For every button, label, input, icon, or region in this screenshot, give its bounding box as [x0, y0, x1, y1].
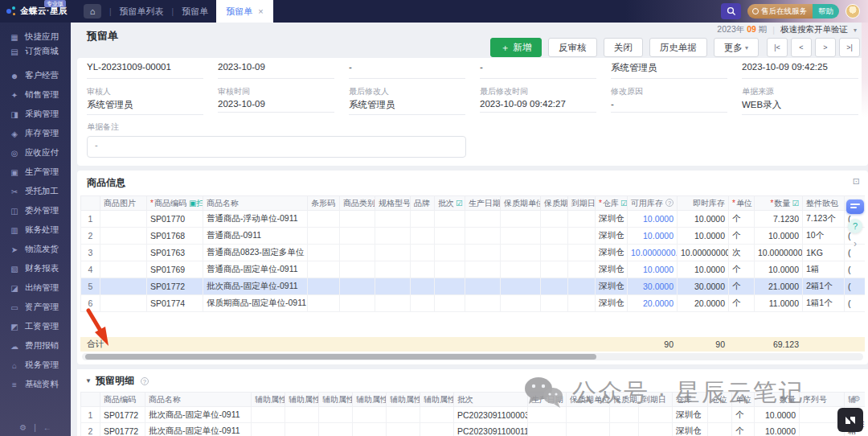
- table-cell[interactable]: [375, 278, 411, 295]
- column-header[interactable]: 仓库: [673, 393, 708, 407]
- table-cell[interactable]: [610, 423, 639, 436]
- table-cell[interactable]: PC2023091100003: [454, 407, 528, 423]
- column-header[interactable]: 辅助属性4: [387, 393, 420, 407]
- table-cell[interactable]: [340, 278, 375, 295]
- sidebar-item-1[interactable]: ▦快捷应用: [0, 30, 71, 44]
- table-cell[interactable]: [340, 245, 375, 261]
- table-cell[interactable]: [375, 295, 411, 312]
- table-cell[interactable]: 普通商品-0911: [203, 228, 308, 245]
- table-cell[interactable]: SP01772: [100, 407, 145, 423]
- table-cell[interactable]: [411, 228, 435, 245]
- table-cell[interactable]: SP01770: [147, 211, 203, 228]
- table-cell[interactable]: [100, 228, 147, 245]
- form-field-value-3[interactable]: -: [349, 60, 465, 79]
- table-cell[interactable]: [568, 261, 596, 278]
- table-cell[interactable]: [387, 423, 420, 436]
- column-header[interactable]: 辅助属性: [252, 393, 285, 407]
- table-cell[interactable]: [308, 211, 340, 228]
- form-field-value[interactable]: -: [611, 97, 727, 113]
- sidebar-item-15[interactable]: ▭资产管理: [0, 298, 71, 317]
- form-field-value[interactable]: 2023-10-09: [218, 97, 334, 113]
- table-cell[interactable]: [610, 407, 639, 423]
- table-cell[interactable]: 21.0000: [755, 278, 803, 295]
- sidebar-item-7[interactable]: ◎应收应付: [0, 143, 71, 162]
- table-cell[interactable]: [528, 407, 567, 423]
- column-header[interactable]: 商品类别: [340, 196, 375, 211]
- table-cell[interactable]: [375, 228, 411, 245]
- table-cell[interactable]: SP01763: [147, 245, 203, 261]
- table-cell[interactable]: [375, 211, 411, 228]
- column-header[interactable]: *单位: [729, 196, 755, 211]
- table-cell[interactable]: [567, 423, 610, 436]
- table-cell[interactable]: [708, 407, 732, 423]
- table-cell[interactable]: 深圳仓: [673, 407, 708, 423]
- table-cell[interactable]: [435, 245, 465, 261]
- table-cell[interactable]: [501, 261, 541, 278]
- table-cell[interactable]: 10.0000: [678, 228, 729, 245]
- table-cell[interactable]: [387, 407, 420, 423]
- table-cell[interactable]: [252, 423, 285, 436]
- table-cell[interactable]: 普通商品-浮动单位-0911: [203, 211, 308, 228]
- table-cell[interactable]: [435, 261, 465, 278]
- table-cell[interactable]: 6: [81, 295, 100, 312]
- table-cell[interactable]: [568, 211, 596, 228]
- table-cell[interactable]: [285, 407, 319, 423]
- table-cell[interactable]: 次: [729, 245, 755, 261]
- feedback-chat-icon[interactable]: [846, 199, 864, 214]
- table-cell[interactable]: [308, 295, 340, 312]
- after-sales-badge[interactable]: 售后在线服务: [747, 4, 813, 19]
- table-cell[interactable]: SP01769: [147, 261, 203, 278]
- table-cell[interactable]: (: [845, 261, 866, 278]
- table-cell[interactable]: 10.0000000...: [755, 245, 803, 261]
- table-cell[interactable]: 1箱: [803, 261, 845, 278]
- table-cell[interactable]: [420, 407, 454, 423]
- table-cell[interactable]: 个: [732, 407, 755, 423]
- table-cell[interactable]: [411, 261, 435, 278]
- table-cell[interactable]: [435, 295, 465, 312]
- table-cell[interactable]: 2: [81, 228, 100, 245]
- table-row[interactable]: 1SP01772批次商品-固定单位-0911PC2023091100003深圳仓…: [81, 407, 866, 423]
- search-button[interactable]: [721, 3, 741, 19]
- table-cell[interactable]: [568, 295, 596, 312]
- table-cell[interactable]: 深圳仓: [596, 295, 628, 312]
- table-cell[interactable]: 个: [729, 295, 755, 312]
- column-settings-gear-icon[interactable]: ⚙: [854, 394, 861, 403]
- table-cell[interactable]: [308, 278, 340, 295]
- table-cell[interactable]: [435, 211, 465, 228]
- table-cell[interactable]: [340, 261, 375, 278]
- column-header[interactable]: *数量☑: [755, 196, 803, 211]
- table-cell[interactable]: 1: [81, 407, 100, 423]
- table-cell[interactable]: 20.0000: [678, 295, 729, 312]
- tab-reservation-active[interactable]: 预留单 ×: [216, 0, 272, 23]
- table-cell[interactable]: 10.0000: [628, 261, 678, 278]
- table-cell[interactable]: [465, 245, 501, 261]
- table-cell[interactable]: 个: [729, 211, 755, 228]
- collapse-sidebar-icon[interactable]: ←: [43, 423, 51, 432]
- column-header[interactable]: 辅助属性1: [285, 393, 319, 407]
- scrollbar-thumb[interactable]: [85, 354, 596, 360]
- column-header[interactable]: 保质期: [541, 196, 568, 211]
- column-header[interactable]: [81, 196, 100, 211]
- form-field-value-5[interactable]: 系统管理员: [611, 60, 727, 79]
- form-field-value-1[interactable]: YL-20231009-00001: [87, 60, 203, 79]
- home-icon[interactable]: ⌂: [84, 4, 101, 19]
- table-cell[interactable]: [100, 261, 147, 278]
- table-cell[interactable]: 10.0000: [755, 261, 803, 278]
- table-cell[interactable]: 深圳仓: [596, 278, 628, 295]
- table-row[interactable]: 4SP01769普通商品-固定单位-0911深圳仓10.000010.0000个…: [81, 261, 866, 278]
- table-cell[interactable]: 10.0000: [678, 211, 729, 228]
- goods-hscrollbar[interactable]: [82, 353, 863, 360]
- close-icon[interactable]: ×: [258, 6, 263, 16]
- table-cell[interactable]: [411, 278, 435, 295]
- sidebar-item-12[interactable]: ➤物流发货: [0, 240, 71, 259]
- remark-textarea[interactable]: -: [87, 136, 466, 158]
- table-cell[interactable]: [252, 407, 285, 423]
- table-cell[interactable]: [435, 278, 465, 295]
- table-cell[interactable]: 11.0000: [755, 295, 803, 312]
- table-cell[interactable]: [308, 261, 340, 278]
- table-cell[interactable]: 10.0000000000: [678, 245, 729, 261]
- table-cell[interactable]: [340, 295, 375, 312]
- table-cell[interactable]: 个: [729, 261, 755, 278]
- column-header[interactable]: 商品编码: [100, 393, 145, 407]
- help-button[interactable]: 帮助: [813, 4, 839, 19]
